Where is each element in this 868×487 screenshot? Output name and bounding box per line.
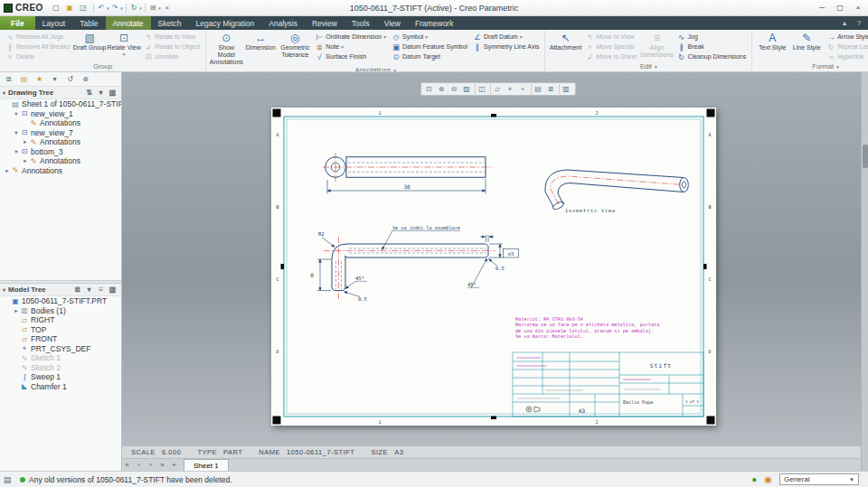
- draft-datum-button[interactable]: ∠Draft Datum▾: [471, 32, 541, 42]
- expand-caret-icon[interactable]: ▸: [22, 138, 29, 145]
- save-button[interactable]: ◲: [78, 2, 90, 14]
- minimize-ribbon-icon[interactable]: ▴: [839, 19, 850, 27]
- view-manager-button[interactable]: ≣: [545, 83, 558, 95]
- tree-item[interactable]: ▸✎Annotations: [0, 137, 121, 147]
- jog-button[interactable]: ∿Jog: [675, 32, 749, 42]
- tab-legacy-migration[interactable]: Legacy Migration: [189, 16, 262, 30]
- break-button[interactable]: ∦Break: [675, 42, 749, 52]
- tree-item[interactable]: ▱RIGHT: [0, 315, 121, 325]
- symbol-button[interactable]: ◇Symbol▾: [390, 32, 469, 42]
- surface-finish-button[interactable]: √Surface Finish: [313, 52, 388, 61]
- help-icon[interactable]: ?: [854, 19, 864, 27]
- annotation-display-button[interactable]: ⌖: [505, 83, 517, 95]
- draft-group-button[interactable]: ▧Draft Group: [72, 32, 107, 52]
- expand-caret-icon[interactable]: ▾: [13, 110, 20, 117]
- windows-button[interactable]: ⊞▾: [148, 2, 161, 14]
- tree-item[interactable]: ▣1050-0611_7-STIFT.PRT: [0, 296, 121, 306]
- notification-icon[interactable]: ◉: [764, 474, 772, 484]
- filter-dropdown[interactable]: General ▼: [779, 473, 859, 485]
- close-window-button[interactable]: ×: [162, 2, 175, 14]
- dim-height-text[interactable]: 8: [310, 272, 314, 278]
- tree-item[interactable]: ⌖PRT_CSYS_DEF: [0, 344, 121, 354]
- relate-view-button[interactable]: ⊡Relate View▾: [107, 32, 141, 57]
- minimize-button[interactable]: ─: [814, 1, 832, 15]
- open-button[interactable]: ▣: [64, 2, 77, 14]
- repaint-button[interactable]: ▨: [461, 83, 474, 95]
- new-button[interactable]: ▢: [51, 2, 63, 14]
- zoom-in-button[interactable]: ⊕: [436, 83, 448, 95]
- expand-caret-icon[interactable]: ▸: [13, 307, 20, 314]
- group-dialog-caret-icon[interactable]: ▾: [836, 64, 839, 70]
- display-style-button[interactable]: ◫: [476, 83, 489, 95]
- list-button[interactable]: ≣: [73, 286, 83, 294]
- saved-views-button[interactable]: ▤: [533, 83, 545, 95]
- tree-item[interactable]: ▱FRONT: [0, 334, 121, 344]
- dim-length-text[interactable]: 30: [403, 183, 410, 190]
- chamfer-depth-right-text[interactable]: 0.5: [495, 266, 505, 271]
- collapse-caret-icon[interactable]: ▾: [3, 89, 5, 96]
- go-last-button[interactable]: »: [157, 459, 169, 472]
- arrow-style-button[interactable]: →Arrow Style▾: [825, 32, 868, 42]
- expand-caret-icon[interactable]: ▾: [13, 148, 20, 155]
- swap-button[interactable]: ⇅: [85, 89, 95, 97]
- add-sheet-button[interactable]: +: [169, 459, 181, 472]
- note-button[interactable]: ≣Note▾: [313, 42, 388, 52]
- message-log-icon[interactable]: ▤: [0, 475, 14, 484]
- datum-target-button[interactable]: ⊙Datum Target: [390, 52, 469, 61]
- tab-annotate[interactable]: Annotate: [106, 16, 151, 30]
- spin-center-button[interactable]: +: [517, 83, 530, 95]
- model-status-icon[interactable]: ●: [751, 474, 757, 484]
- tab-tools[interactable]: Tools: [344, 16, 377, 30]
- folder-browser-button[interactable]: ▤: [18, 73, 32, 85]
- tree-item[interactable]: ▸✎Annotations: [0, 166, 121, 176]
- columns-button[interactable]: ▥: [108, 89, 118, 97]
- tree-item[interactable]: ∿Sketch 2: [0, 363, 121, 373]
- scrollbar-thumb[interactable]: [863, 145, 868, 168]
- tree-item[interactable]: ◣Chamfer 1: [0, 382, 121, 392]
- dimension-button[interactable]: ↔Dimension: [243, 32, 278, 52]
- connections-button[interactable]: ⊕: [80, 73, 93, 85]
- isometric-view-label[interactable]: Isometric View: [565, 208, 616, 213]
- go-next-button[interactable]: ›: [146, 459, 157, 472]
- tab-review[interactable]: Review: [305, 16, 344, 30]
- datum-feature-symbol-button[interactable]: ▣Datum Feature Symbol: [390, 42, 469, 52]
- history-button[interactable]: ↺: [64, 73, 78, 85]
- tree-item[interactable]: ▤Sheet 1 of 1050-0611_7-STIFT.DRW: [0, 99, 121, 109]
- zoom-out-button[interactable]: ⊖: [448, 83, 461, 95]
- tree-item[interactable]: ▾⊡bottom_3: [0, 147, 121, 157]
- expand-caret-icon[interactable]: ▸: [22, 157, 29, 164]
- drawing-sheet[interactable]: A B C D A B C D 1 2 1 2: [271, 108, 716, 426]
- redo-button[interactable]: ↷▾: [110, 2, 123, 14]
- tree-item[interactable]: ✎Annotations: [0, 118, 121, 128]
- datum-display-button[interactable]: ▱: [492, 83, 505, 95]
- go-prev-button[interactable]: ‹: [134, 459, 146, 472]
- regenerate-button[interactable]: ↻▾: [129, 2, 142, 14]
- text-style-button[interactable]: AText Style: [755, 32, 789, 52]
- favorites-button[interactable]: ★: [33, 73, 47, 85]
- tab-framework[interactable]: Framework: [408, 16, 461, 30]
- chamfer-angle-left-text[interactable]: 45°: [355, 276, 364, 281]
- tree-item[interactable]: ▾⊡new_view_1: [0, 109, 121, 119]
- cleanup-dimensions-button[interactable]: ↻Cleanup Dimensions: [675, 52, 749, 61]
- close-button[interactable]: ×: [850, 1, 868, 15]
- tab-sketch[interactable]: Sketch: [151, 16, 189, 30]
- maximize-button[interactable]: ▢: [832, 1, 850, 15]
- tree-item[interactable]: ▱TOP: [0, 325, 121, 335]
- tree-item[interactable]: ∫Sweep 1: [0, 372, 121, 382]
- tree-item[interactable]: ∿Sketch 1: [0, 353, 121, 363]
- expand-caret-icon[interactable]: ▸: [4, 167, 11, 174]
- geometric-tolerance-button[interactable]: ◎Geometric Tolerance: [278, 32, 312, 59]
- go-first-button[interactable]: «: [122, 459, 134, 472]
- undo-button[interactable]: ↶▾: [97, 2, 109, 14]
- tab-analysis[interactable]: Analysis: [261, 16, 305, 30]
- attachment-button[interactable]: ↖Attachment: [548, 32, 582, 52]
- dim-radius-text[interactable]: R2: [318, 231, 325, 237]
- show-model-annotations-button[interactable]: ⊙Show Model Annotations: [209, 32, 243, 66]
- refit-button[interactable]: ⊡: [423, 83, 436, 95]
- graphics-area[interactable]: ⊡⊕⊖▨◫▱⌖+▤≣▥: [122, 72, 861, 446]
- symmetry-line-axis-button[interactable]: ∥Symmetry Line Axis: [471, 42, 541, 52]
- tab-layout[interactable]: Layout: [35, 16, 73, 30]
- model-tree-panel-button[interactable]: ≣: [3, 73, 16, 85]
- tab-table[interactable]: Table: [72, 16, 105, 30]
- group-dialog-caret-icon[interactable]: ▾: [655, 64, 657, 70]
